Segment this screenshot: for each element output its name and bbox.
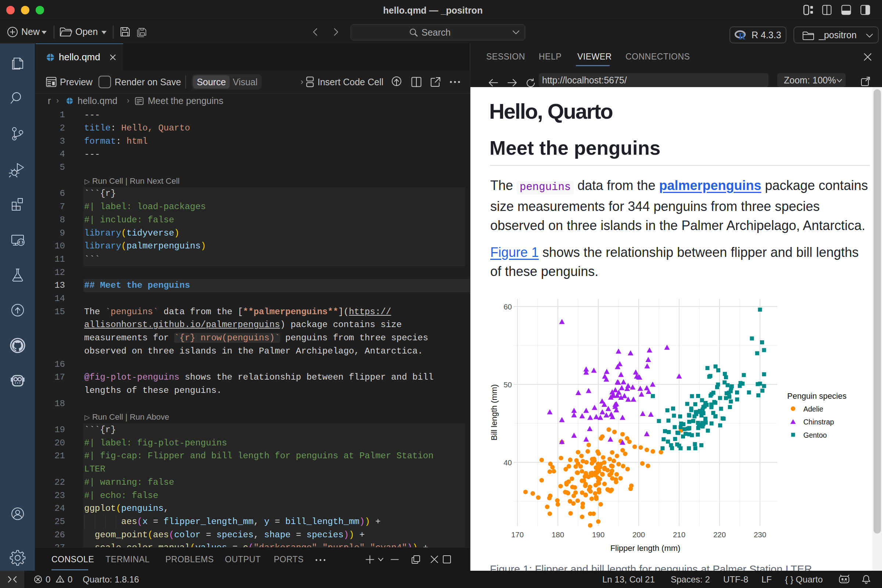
- svg-text:190: 190: [592, 530, 604, 539]
- svg-text:230: 230: [754, 530, 766, 539]
- svg-text:220: 220: [713, 530, 726, 539]
- svg-text:Chinstrap: Chinstrap: [803, 418, 834, 426]
- svg-text:40: 40: [504, 458, 512, 467]
- svg-text:Adelie: Adelie: [803, 405, 823, 413]
- svg-text:200: 200: [633, 530, 645, 539]
- svg-text:50: 50: [504, 380, 512, 389]
- svg-text:180: 180: [552, 530, 564, 539]
- svg-text:Gentoo: Gentoo: [803, 431, 827, 439]
- svg-text:Penguin species: Penguin species: [787, 392, 846, 400]
- svg-text:170: 170: [511, 530, 524, 539]
- svg-text:Flipper length (mm): Flipper length (mm): [610, 543, 681, 553]
- svg-text:210: 210: [673, 530, 686, 539]
- svg-text:R: R: [739, 31, 746, 40]
- svg-text:60: 60: [504, 303, 512, 311]
- svg-text:Bill length (mm): Bill length (mm): [489, 384, 499, 441]
